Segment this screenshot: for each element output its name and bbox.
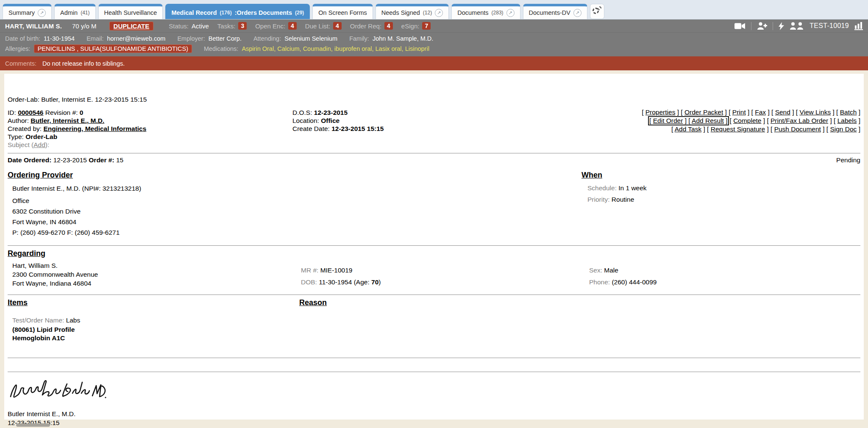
send-link[interactable]: Send [775, 108, 790, 116]
allergies-badge[interactable]: PENICILLINS , SULFA(SULFONAMIDE ANTIBIOT… [34, 44, 192, 53]
tab-settings-button[interactable] [590, 4, 604, 19]
gears-icon [598, 6, 601, 10]
signer-name: Butler Internist E., M.D. [8, 409, 860, 418]
print-link[interactable]: Print [732, 108, 746, 116]
add-patient-icon[interactable] [757, 22, 767, 30]
document-meta: ID: 0000546 Revision #: 0 Author: Butler… [8, 108, 860, 149]
patient-header-bar: HART, WILLIAM S. 70 y/o M DUPLICATE Stat… [0, 19, 868, 33]
author-label: Author: [8, 117, 29, 124]
order-packet-link[interactable]: Order Packet [684, 108, 723, 116]
author-link[interactable]: Butler, Internist E., M.D. [31, 117, 104, 124]
tab-documents-dv[interactable]: Documents-DV ↗ [523, 4, 587, 19]
create-date-label: Create Date: [292, 125, 330, 132]
attending-label: Attending: [253, 35, 281, 42]
tab-label: :Orders Documents [235, 9, 292, 16]
attending-value: Selenium Selenium [284, 35, 337, 42]
document-title: Order-Lab: Butler, Internist E. 12-23-20… [8, 96, 860, 103]
tasks-count-badge[interactable]: 3 [238, 22, 247, 30]
popout-icon[interactable]: ↗ [573, 9, 581, 17]
medication-link[interactable]: Lasix oral [376, 45, 405, 52]
provider-facility: Office [12, 195, 860, 206]
provider-name: Butler Internist E., M.D. (NPI#: 3213213… [12, 183, 860, 194]
tab-summary[interactable]: Summary ↗ [3, 4, 52, 19]
phone-label: Phone: [589, 278, 610, 286]
add-result-link[interactable]: Add Result [692, 117, 724, 124]
medication-link[interactable]: Aspirin Oral [242, 45, 277, 52]
reason-heading: Reason [299, 298, 327, 307]
id-label: ID: [8, 109, 16, 116]
popout-icon[interactable]: ↗ [435, 9, 443, 17]
medications-label: Medications: [204, 45, 238, 52]
medication-link[interactable]: Calcium [277, 45, 303, 52]
due-list-label: Due List: [305, 22, 330, 30]
type-value: Order-Lab [25, 133, 57, 140]
open-enc-label: Open Enc: [255, 22, 285, 30]
order-number-value: 15 [116, 156, 123, 164]
popout-icon[interactable]: ↗ [506, 9, 515, 17]
sign-doc-link[interactable]: Sign Doc [830, 125, 857, 133]
divider [8, 153, 860, 153]
regarding-name: Hart, William S. [12, 261, 860, 270]
order-req-label: Order Req: [350, 22, 381, 30]
complete-link[interactable]: Complete [733, 117, 761, 124]
popout-icon[interactable]: ↗ [38, 9, 46, 17]
request-signature-link[interactable]: Request Signature [711, 125, 765, 133]
properties-link[interactable]: Properties [645, 108, 676, 116]
subject-add-link[interactable]: Add [33, 141, 45, 148]
tab-needs-signed[interactable]: Needs Signed (12) ↗ [376, 4, 449, 19]
patients-icon[interactable] [790, 22, 804, 30]
tab-count: (12) [423, 10, 432, 16]
medication-link[interactable]: Lisinopril [405, 45, 429, 52]
divider [751, 22, 751, 30]
medication-link[interactable]: Coumadin [303, 45, 334, 52]
print-fax-lab-order-link[interactable]: Print/Fax Lab Order [771, 117, 828, 124]
age-text: (Age: [354, 278, 370, 286]
document-id-link[interactable]: 0000546 [18, 109, 43, 116]
tab-documents[interactable]: Documents (283) ↗ [451, 4, 520, 19]
esign-count-badge[interactable]: 7 [422, 22, 431, 30]
comments-label: Comments: [5, 60, 42, 67]
tab-medical-record-orders-documents[interactable]: Medical Record (176) :Orders Documents (… [165, 4, 310, 19]
test-order-name-label: Test/Order Name: [12, 317, 64, 324]
add-task-link[interactable]: Add Task [675, 125, 701, 133]
horizontal-scrollbar-thumb[interactable] [16, 423, 50, 427]
date-ordered-label: Date Ordered: [8, 156, 51, 164]
system-id: TEST-10019 [810, 22, 849, 30]
subject-label: Subject [8, 141, 30, 148]
email-label: Email: [86, 35, 103, 42]
flowsheet-chart-icon[interactable] [854, 22, 863, 30]
medication-link[interactable]: ibuprofen oral [334, 45, 376, 52]
view-links-link[interactable]: View Links [799, 108, 831, 116]
highlighted-actions-box: Edit OrderAdd Result [648, 116, 729, 125]
created-by-link[interactable]: Engineering, Medical Informatics [43, 125, 146, 132]
order-req-count-badge[interactable]: 4 [384, 22, 393, 30]
video-call-icon[interactable] [734, 22, 746, 30]
items-heading: Items [8, 298, 860, 307]
tab-admin[interactable]: Admin (41) [54, 4, 95, 19]
mr-label: MR #: [301, 267, 318, 274]
tab-label: Summary [8, 9, 35, 16]
location-label: Location: [292, 117, 319, 124]
labels-link[interactable]: Labels [837, 117, 857, 124]
batch-link[interactable]: Batch [840, 108, 857, 116]
tab-count: (41) [81, 10, 89, 16]
edit-order-link[interactable]: Edit Order [653, 117, 683, 124]
tab-health-surveillance[interactable]: Health Surveillance [98, 4, 163, 19]
esign-label: eSign: [401, 22, 420, 30]
family-label: Family: [349, 35, 369, 42]
comments-bar: Comments: Do not release info to sibling… [0, 56, 868, 70]
dob-label: Date of birth: [5, 35, 40, 42]
provider-phone-fax: P: (260) 459-6270 F: (260) 459-6271 [12, 227, 860, 238]
duplicate-badge[interactable]: DUPLICATE [109, 22, 154, 31]
sex-value: Male [604, 267, 618, 274]
due-list-count-badge[interactable]: 4 [333, 22, 342, 30]
push-document-link[interactable]: Push Document [774, 125, 821, 133]
chart-tab-bar: Summary ↗ Admin (41) Health Surveillance… [0, 0, 868, 19]
tab-on-screen-forms[interactable]: On Screen Forms [312, 4, 373, 19]
priority-value: Routine [612, 196, 634, 203]
open-enc-count-badge[interactable]: 4 [288, 22, 297, 30]
regarding-heading: Regarding [8, 249, 860, 258]
tab-label: Documents-DV [529, 9, 570, 16]
lightning-icon[interactable] [779, 22, 784, 30]
fax-link[interactable]: Fax [755, 108, 766, 116]
